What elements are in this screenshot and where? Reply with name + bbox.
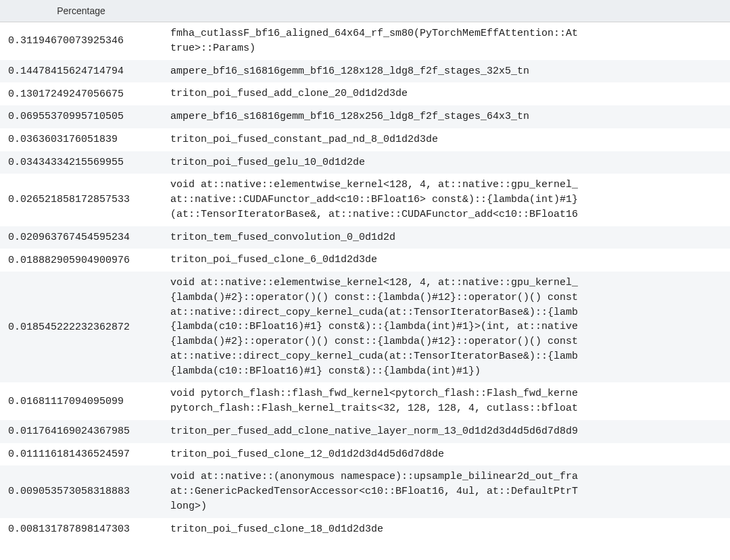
table-header-row: Percentage [0, 0, 730, 22]
percentage-cell: 0.018545222232362872 [0, 272, 162, 382]
percentage-cell: 0.009053573058318883 [0, 465, 162, 517]
kernel-name-cell: void at::native::(anonymous namespace)::… [162, 465, 730, 517]
percentage-cell: 0.026521858172857533 [0, 174, 162, 226]
kernel-name-cell: triton_poi_fused_clone_12_0d1d2d3d4d5d6d… [162, 443, 730, 466]
percentage-cell: 0.13017249247056675 [0, 82, 162, 105]
column-header-percentage[interactable]: Percentage [0, 0, 162, 22]
percentage-cell: 0.011116181436524597 [0, 443, 162, 466]
table-row[interactable]: 0.03434334215569955triton_poi_fused_gelu… [0, 151, 730, 174]
table-body: 0.31194670073925346fmha_cutlassF_bf16_al… [0, 22, 730, 541]
percentage-cell: 0.31194670073925346 [0, 22, 162, 60]
table-row[interactable]: 0.14478415624714794ampere_bf16_s16816gem… [0, 60, 730, 83]
table-row[interactable]: 0.020963767454595234triton_tem_fused_con… [0, 226, 730, 249]
percentage-cell: 0.020963767454595234 [0, 226, 162, 249]
table-row[interactable]: 0.31194670073925346fmha_cutlassF_bf16_al… [0, 22, 730, 60]
kernel-name-cell: void at::native::elementwise_kernel<128,… [162, 272, 730, 382]
table-row[interactable]: 0.018545222232362872void at::native::ele… [0, 272, 730, 382]
table-row[interactable]: 0.011764169024367985triton_per_fused_add… [0, 420, 730, 443]
kernel-name-cell: void at::native::elementwise_kernel<128,… [162, 174, 730, 226]
percentage-cell: 0.14478415624714794 [0, 60, 162, 83]
table-row[interactable]: 0.009053573058318883void at::native::(an… [0, 465, 730, 517]
kernel-name-cell: triton_poi_fused_clone_18_0d1d2d3de [162, 518, 730, 541]
percentage-cell: 0.011764169024367985 [0, 420, 162, 443]
percentage-cell: 0.06955370995710505 [0, 105, 162, 128]
table-row[interactable]: 0.01681117094095099void pytorch_flash::f… [0, 382, 730, 420]
kernel-name-cell: triton_poi_fused_constant_pad_nd_8_0d1d2… [162, 128, 730, 151]
table-row[interactable]: 0.018882905904900976triton_poi_fused_clo… [0, 249, 730, 272]
kernel-name-cell: ampere_bf16_s16816gemm_bf16_128x128_ldg8… [162, 60, 730, 83]
percentage-cell: 0.008131787898147303 [0, 518, 162, 541]
percentage-cell: 0.018882905904900976 [0, 249, 162, 272]
percentage-cell: 0.0363603176051839 [0, 128, 162, 151]
table-row[interactable]: 0.011116181436524597triton_poi_fused_clo… [0, 443, 730, 466]
kernel-name-cell: triton_poi_fused_clone_6_0d1d2d3de [162, 249, 730, 272]
table-row[interactable]: 0.026521858172857533void at::native::ele… [0, 174, 730, 226]
percentage-cell: 0.01681117094095099 [0, 382, 162, 420]
table-row[interactable]: 0.0363603176051839triton_poi_fused_const… [0, 128, 730, 151]
column-header-name[interactable] [162, 0, 730, 22]
kernel-name-cell: ampere_bf16_s16816gemm_bf16_128x256_ldg8… [162, 105, 730, 128]
kernel-name-cell: fmha_cutlassF_bf16_aligned_64x64_rf_sm80… [162, 22, 730, 60]
kernel-name-cell: triton_poi_fused_add_clone_20_0d1d2d3de [162, 82, 730, 105]
table-row[interactable]: 0.06955370995710505ampere_bf16_s16816gem… [0, 105, 730, 128]
profiler-table: Percentage 0.31194670073925346fmha_cutla… [0, 0, 730, 540]
kernel-name-cell: triton_tem_fused_convolution_0_0d1d2d [162, 226, 730, 249]
kernel-name-cell: triton_per_fused_add_clone_native_layer_… [162, 420, 730, 443]
percentage-cell: 0.03434334215569955 [0, 151, 162, 174]
table-row[interactable]: 0.008131787898147303triton_poi_fused_clo… [0, 518, 730, 541]
table-row[interactable]: 0.13017249247056675triton_poi_fused_add_… [0, 82, 730, 105]
kernel-name-cell: void pytorch_flash::flash_fwd_kernel<pyt… [162, 382, 730, 420]
kernel-name-cell: triton_poi_fused_gelu_10_0d1d2de [162, 151, 730, 174]
